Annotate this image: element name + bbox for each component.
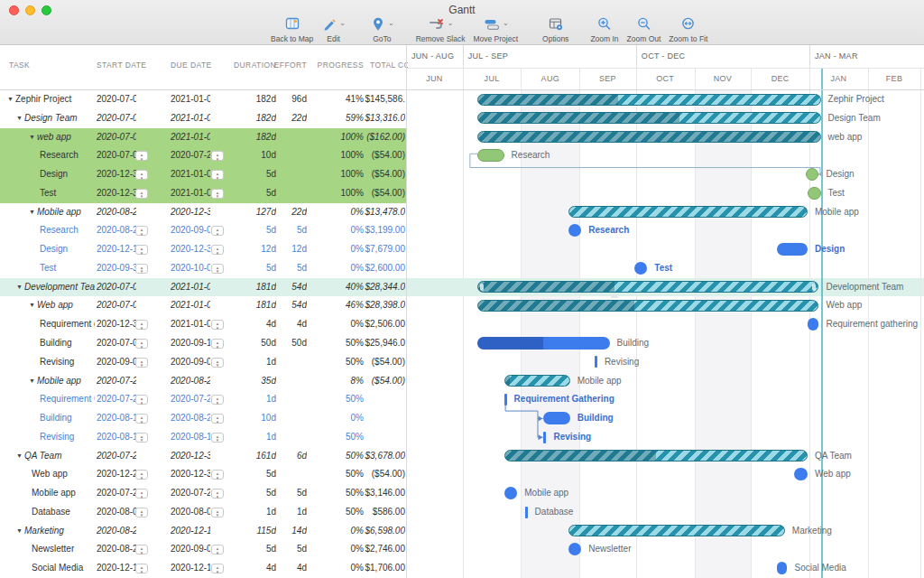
start-date-stepper[interactable]: ▴▾ xyxy=(135,564,148,573)
column-header-due-date[interactable]: DUE DATE xyxy=(171,61,220,70)
table-row[interactable]: ▼Design Team2020-07-092021-01-06182d22d5… xyxy=(0,109,406,128)
start-date-stepper[interactable]: ▴▾ xyxy=(135,189,148,199)
gantt-bar-marketing[interactable] xyxy=(568,525,785,536)
gantt-bar-design-team[interactable] xyxy=(477,112,820,124)
column-header-total-cost[interactable]: TOTAL COST xyxy=(370,61,408,70)
table-row[interactable]: Database2020-08-032020-08-03▴▾▴▾1d1d50%$… xyxy=(0,503,406,522)
gantt-bar-building[interactable] xyxy=(477,337,609,350)
chevron-down-icon[interactable]: ⌄ xyxy=(503,19,509,27)
due-date-stepper[interactable]: ▴▾ xyxy=(211,508,224,517)
table-row[interactable]: ▼Zephir Project2020-07-092021-01-06182d9… xyxy=(0,90,406,109)
gantt-bar-design[interactable] xyxy=(806,168,819,181)
table-row[interactable]: ▼Web app2020-07-092021-01-05181d54d46%$2… xyxy=(0,296,406,315)
tree-disclosure-triangle[interactable]: ▼ xyxy=(16,109,23,128)
gantt-bar-mobile-app[interactable] xyxy=(504,487,518,499)
start-date-stepper[interactable]: ▴▾ xyxy=(135,489,148,499)
toolbar-button-goto[interactable]: ⌄GoTo xyxy=(370,18,394,43)
tree-disclosure-triangle[interactable]: ▼ xyxy=(29,128,35,147)
start-date-stepper[interactable]: ▴▾ xyxy=(135,470,148,480)
toolbar-button-zoom-out[interactable]: Zoom Out xyxy=(627,18,661,43)
start-date-stepper[interactable]: ▴▾ xyxy=(135,151,148,161)
table-row[interactable]: Requirement gathering2020-12-312021-01-0… xyxy=(0,315,406,334)
gantt-bar-research[interactable] xyxy=(477,149,504,162)
column-header-effort[interactable]: EFFORT xyxy=(269,61,307,70)
start-date-stepper[interactable]: ▴▾ xyxy=(135,358,148,368)
chevron-down-icon[interactable]: ⌄ xyxy=(339,19,346,27)
gantt-bar-development-team[interactable] xyxy=(477,281,818,293)
gantt-bar-mobile-app[interactable] xyxy=(504,375,570,387)
start-date-stepper[interactable]: ▴▾ xyxy=(135,414,148,424)
table-row[interactable]: ▼Mobile app2020-08-262020-12-30127d22d0%… xyxy=(0,203,406,222)
start-date-stepper[interactable]: ▴▾ xyxy=(135,245,148,255)
due-date-stepper[interactable]: ▴▾ xyxy=(211,339,224,349)
toolbar-button-zoom-to-fit[interactable]: Zoom to Fit xyxy=(669,18,707,43)
table-row[interactable]: ▼Marketing2020-08-262020-12-18115d14d0%$… xyxy=(0,522,406,541)
due-date-stepper[interactable]: ▴▾ xyxy=(211,170,224,180)
gantt-bar-database[interactable] xyxy=(525,507,528,518)
tree-disclosure-triangle[interactable]: ▼ xyxy=(16,447,23,466)
tree-disclosure-triangle[interactable]: ▼ xyxy=(16,522,23,541)
gantt-bar-web-app[interactable] xyxy=(477,300,818,312)
due-date-stepper[interactable]: ▴▾ xyxy=(211,545,224,555)
tree-disclosure-triangle[interactable]: ▼ xyxy=(16,278,23,297)
due-date-stepper[interactable]: ▴▾ xyxy=(211,358,224,368)
bar-resize-handle-right[interactable] xyxy=(812,284,816,291)
gantt-bar-zephir-project[interactable] xyxy=(477,94,820,106)
toolbar-button-back-to-map[interactable]: Back to Map xyxy=(271,18,313,43)
column-header-progress[interactable]: PROGRESS xyxy=(316,61,364,70)
table-row[interactable]: Mobile app2020-07-232020-07-29▴▾▴▾5d5d50… xyxy=(0,484,406,503)
gantt-bar-test[interactable] xyxy=(634,262,648,275)
toolbar-button-edit[interactable]: ⌄Edit xyxy=(321,18,346,43)
table-row[interactable]: Social Media2020-12-152020-12-18▴▾▴▾4d4d… xyxy=(0,559,406,578)
due-date-stepper[interactable]: ▴▾ xyxy=(211,151,224,161)
tree-disclosure-triangle[interactable]: ▼ xyxy=(29,372,35,391)
table-row[interactable]: Building2020-08-132020-08-26▴▾▴▾10d0% xyxy=(0,409,406,428)
due-date-stepper[interactable]: ▴▾ xyxy=(211,245,224,255)
start-date-stepper[interactable]: ▴▾ xyxy=(135,508,148,517)
tree-disclosure-triangle[interactable]: ▼ xyxy=(29,203,35,222)
gantt-bar-design[interactable] xyxy=(777,243,807,256)
due-date-stepper[interactable]: ▴▾ xyxy=(211,226,224,236)
table-row[interactable]: Requirement Gathering2020-07-232020-07-2… xyxy=(0,390,406,409)
table-row[interactable]: Research2020-07-092020-07-22▴▾▴▾10d100%(… xyxy=(0,146,406,165)
column-header-task[interactable]: TASK xyxy=(9,61,90,70)
due-date-stepper[interactable]: ▴▾ xyxy=(211,470,224,480)
start-date-stepper[interactable]: ▴▾ xyxy=(135,226,148,236)
due-date-stepper[interactable]: ▴▾ xyxy=(211,264,224,274)
gantt-bar-revising[interactable] xyxy=(595,356,597,368)
table-row[interactable]: ▼web app2020-07-092021-01-06182d100%($16… xyxy=(0,128,406,147)
progress-drag-marker[interactable] xyxy=(610,293,619,298)
gantt-bar-mobile-app[interactable] xyxy=(568,206,808,218)
due-date-stepper[interactable]: ▴▾ xyxy=(211,564,224,573)
tree-disclosure-triangle[interactable]: ▼ xyxy=(29,296,35,315)
toolbar-button-remove-slack[interactable]: ⌄Remove Slack xyxy=(416,18,466,43)
toolbar-button-zoom-in[interactable]: Zoom In xyxy=(590,18,618,43)
tree-disclosure-triangle[interactable]: ▼ xyxy=(7,90,14,109)
table-row[interactable]: Revising2020-08-132020-08-13▴▾▴▾1d50% xyxy=(0,428,406,447)
table-row[interactable]: Test2020-12-312021-01-06▴▾▴▾5d100%($54.0… xyxy=(0,184,406,203)
start-date-stepper[interactable]: ▴▾ xyxy=(135,339,148,349)
start-date-stepper[interactable]: ▴▾ xyxy=(135,320,148,330)
gantt-bar-web-app[interactable] xyxy=(477,131,820,143)
table-row[interactable]: ▼Development Team2020-07-092021-01-05181… xyxy=(0,278,406,297)
gantt-bar-requirement-gathering[interactable] xyxy=(808,318,819,331)
table-row[interactable]: Research2020-08-262020-09-01▴▾▴▾5d5d0%$3… xyxy=(0,221,406,240)
toolbar-button-options[interactable]: Options xyxy=(542,18,568,43)
toolbar-button-move-project[interactable]: ⌄Move Project xyxy=(473,18,518,43)
gantt-bar-qa-team[interactable] xyxy=(504,450,808,461)
start-date-stepper[interactable]: ▴▾ xyxy=(135,433,148,443)
column-header-start-date[interactable]: START DATE xyxy=(97,61,151,70)
table-row[interactable]: Newsletter2020-08-262020-09-01▴▾▴▾5d5d0%… xyxy=(0,540,406,559)
chevron-down-icon[interactable]: ⌄ xyxy=(448,19,454,27)
due-date-stepper[interactable]: ▴▾ xyxy=(211,433,224,443)
due-date-stepper[interactable]: ▴▾ xyxy=(211,489,224,499)
table-row[interactable]: Web app2020-12-242020-12-30▴▾▴▾5d50%($54… xyxy=(0,465,406,484)
start-date-stepper[interactable]: ▴▾ xyxy=(135,264,148,274)
gantt-bar-web-app[interactable] xyxy=(794,468,808,480)
due-date-stepper[interactable]: ▴▾ xyxy=(211,320,224,330)
due-date-stepper[interactable]: ▴▾ xyxy=(211,414,224,424)
gantt-bar-social-media[interactable] xyxy=(777,562,787,574)
table-row[interactable]: ▼QA Team2020-07-232020-12-30161d6d50%$3,… xyxy=(0,447,406,466)
gantt-bar-building[interactable] xyxy=(543,412,569,424)
table-row[interactable]: ▼Mobile app2020-07-232020-08-2635d8%($54… xyxy=(0,372,406,391)
